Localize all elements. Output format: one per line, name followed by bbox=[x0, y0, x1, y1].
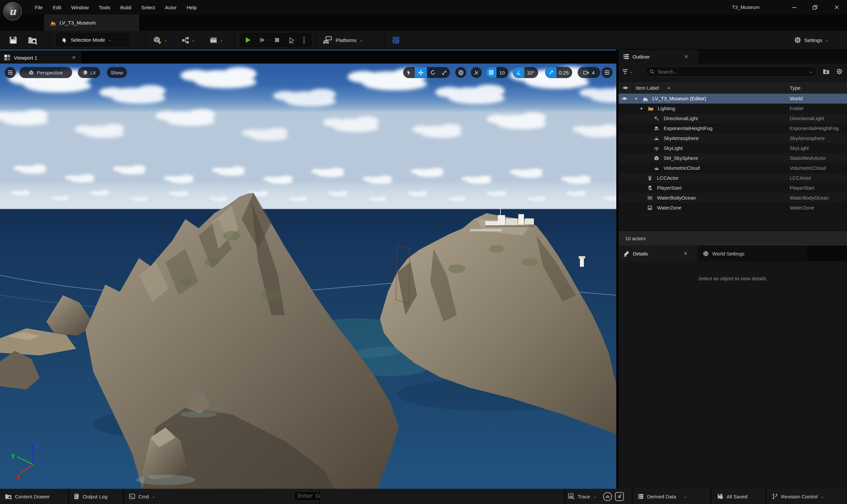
selection-mode-dropdown[interactable]: Selection Mode ⌄ bbox=[56, 33, 130, 46]
outliner-row-directionallight[interactable]: DirectionalLight DirectionalLight bbox=[619, 113, 847, 123]
close-icon[interactable]: ✕ bbox=[72, 55, 76, 60]
outliner-row-heightfog[interactable]: ExponentialHeightFog ExponentialHeightFo… bbox=[619, 123, 847, 133]
blueprints-dropdown[interactable]: ⌄ bbox=[179, 33, 198, 47]
show-flags-dropdown[interactable]: Show bbox=[107, 67, 127, 78]
fab-button[interactable] bbox=[388, 33, 404, 47]
close-icon[interactable]: ✕ bbox=[684, 54, 688, 59]
toolbar-divider bbox=[384, 33, 384, 47]
camera-speed-control[interactable]: 4 bbox=[578, 67, 600, 78]
level-tab[interactable]: LV_T3_Museum bbox=[44, 15, 139, 31]
outliner-tab[interactable]: Outliner ✕ bbox=[619, 50, 698, 64]
outliner-settings-button[interactable] bbox=[836, 68, 843, 75]
output-log-button[interactable]: Output Log bbox=[69, 489, 123, 504]
angle-snap-icon[interactable] bbox=[513, 67, 524, 78]
viewport-3d-scene[interactable]: Z Y X Perspective Lit Show bbox=[0, 64, 616, 489]
eye-icon[interactable] bbox=[621, 96, 628, 102]
scale-snap-control[interactable]: 0.25 bbox=[545, 67, 572, 78]
all-saved-button[interactable]: All Saved bbox=[711, 489, 765, 504]
sky-atmosphere-icon bbox=[654, 136, 659, 141]
platforms-dropdown[interactable]: Platforms ⌄ bbox=[323, 33, 363, 47]
insights-session-icon[interactable] bbox=[603, 492, 612, 501]
type-column-header[interactable]: Type bbox=[790, 82, 801, 94]
details-pencil-icon bbox=[623, 251, 630, 257]
derived-data-icon bbox=[637, 493, 644, 500]
trace-label[interactable]: Trace bbox=[578, 494, 590, 499]
outliner-row-volumetriccloud[interactable]: VolumetricCloud VolumetricCloud bbox=[619, 163, 847, 173]
menu-select[interactable]: Select bbox=[137, 5, 160, 10]
add-actor-dropdown[interactable]: ⌄ bbox=[150, 33, 170, 47]
chevron-down-icon[interactable]: ⌄ bbox=[152, 494, 156, 498]
minimize-button[interactable] bbox=[787, 0, 802, 15]
maximize-viewport-button[interactable] bbox=[601, 67, 613, 78]
cmd-label[interactable]: Cmd bbox=[138, 494, 149, 499]
scale-tool-button[interactable] bbox=[439, 67, 450, 78]
outliner-row-playerstart[interactable]: PlayerStart PlayerStart bbox=[619, 183, 847, 193]
viewport-tab-label: Viewport 1 bbox=[14, 55, 37, 60]
search-input[interactable] bbox=[657, 69, 807, 75]
move-tool-button[interactable] bbox=[415, 67, 427, 78]
surface-snapping-button[interactable] bbox=[471, 67, 482, 78]
outliner-search-box[interactable]: ⌄ bbox=[645, 66, 817, 77]
chevron-down-icon: ⌄ bbox=[359, 38, 363, 42]
grid-snap-control[interactable]: 10 bbox=[485, 67, 508, 78]
perspective-dropdown[interactable]: Perspective bbox=[19, 67, 72, 78]
chevron-down-icon[interactable]: ⌄ bbox=[593, 494, 597, 498]
content-drawer-button[interactable]: Content Drawer bbox=[0, 489, 68, 504]
launch-button[interactable] bbox=[284, 33, 299, 47]
browse-content-button[interactable] bbox=[26, 33, 39, 47]
outliner-filter-dropdown[interactable]: ⌄ bbox=[622, 66, 633, 77]
camera-icon bbox=[583, 70, 589, 75]
world-settings-tab[interactable]: World Settings bbox=[697, 246, 807, 262]
outliner-row-skyatmosphere[interactable]: SkyAtmosphere SkyAtmosphere bbox=[619, 133, 847, 143]
lit-mode-dropdown[interactable]: Lit bbox=[78, 67, 100, 78]
outliner-row-waterbodyocean[interactable]: WaterBodyOcean WaterBodyOcean bbox=[619, 193, 847, 203]
outliner-row-skysphere[interactable]: SM_SkySphere StaticMeshActor bbox=[619, 153, 847, 163]
chevron-down-icon[interactable]: ⌄ bbox=[809, 70, 813, 73]
play-options-menu[interactable] bbox=[299, 33, 309, 47]
menu-tools[interactable]: Tools bbox=[94, 5, 115, 10]
select-tool-button[interactable] bbox=[403, 67, 415, 78]
viewport-tab[interactable]: Viewport 1 ✕ bbox=[0, 51, 81, 64]
rotation-snap-control[interactable]: 10° bbox=[513, 67, 538, 78]
menu-window[interactable]: Window bbox=[66, 5, 94, 10]
settings-dropdown[interactable]: Settings ⌄ bbox=[794, 33, 828, 47]
menu-actor[interactable]: Actor bbox=[160, 5, 181, 10]
viewport-tab-bar: Viewport 1 ✕ bbox=[0, 50, 616, 64]
scale-snap-icon[interactable] bbox=[545, 67, 556, 78]
world-local-toggle[interactable] bbox=[455, 67, 466, 78]
details-tab[interactable]: Details ✕ bbox=[619, 246, 697, 262]
item-label-column-header[interactable]: Item Label bbox=[636, 82, 659, 94]
outliner-row-lighting-folder[interactable]: ▾ Lighting Folder bbox=[619, 104, 847, 113]
outliner-row-skylight[interactable]: SkyLight SkyLight bbox=[619, 143, 847, 153]
outliner-row-world[interactable]: ▾ LV_T3_Museum (Editor) World bbox=[619, 94, 847, 104]
restore-button[interactable] bbox=[807, 0, 823, 15]
outliner-row-waterzone[interactable]: WaterZone WaterZone bbox=[619, 203, 847, 213]
play-button[interactable] bbox=[241, 33, 255, 47]
menu-file[interactable]: File bbox=[30, 5, 48, 10]
close-button[interactable] bbox=[829, 0, 844, 15]
save-button[interactable] bbox=[6, 33, 20, 47]
outliner-row-lccactor[interactable]: LCCActor LCCActor bbox=[619, 173, 847, 183]
derived-data-dropdown[interactable]: Derived Data ⌄ bbox=[633, 489, 710, 504]
menu-build[interactable]: Build bbox=[115, 5, 136, 10]
details-body: Select an object to view details. bbox=[619, 262, 847, 489]
chevron-down-icon: ⌄ bbox=[164, 38, 167, 42]
stop-button[interactable] bbox=[270, 33, 284, 47]
revision-control-dropdown[interactable]: Revision Control ⌄ bbox=[767, 489, 847, 504]
screenshot-capture-icon[interactable] bbox=[615, 492, 624, 501]
close-icon[interactable]: ✕ bbox=[684, 251, 687, 256]
viewport-options-menu[interactable] bbox=[5, 67, 16, 78]
visibility-column-eye-icon[interactable] bbox=[622, 85, 629, 91]
grid-snap-icon[interactable] bbox=[486, 67, 497, 78]
output-log-icon bbox=[73, 493, 80, 500]
status-bar: Content Drawer Output Log Cmd ⌄ Trace ⌄ bbox=[0, 489, 847, 504]
frame-skip-button[interactable] bbox=[255, 33, 270, 47]
new-folder-button[interactable] bbox=[823, 68, 830, 75]
expand-arrow-icon[interactable]: ▾ bbox=[635, 96, 637, 101]
cinematics-dropdown[interactable]: ⌄ bbox=[206, 33, 226, 47]
rotate-tool-button[interactable] bbox=[427, 67, 439, 78]
menu-edit[interactable]: Edit bbox=[48, 5, 66, 10]
expand-arrow-icon[interactable]: ▾ bbox=[641, 106, 643, 111]
chevron-down-icon: ⌄ bbox=[108, 38, 111, 42]
menu-help[interactable]: Help bbox=[182, 5, 202, 10]
